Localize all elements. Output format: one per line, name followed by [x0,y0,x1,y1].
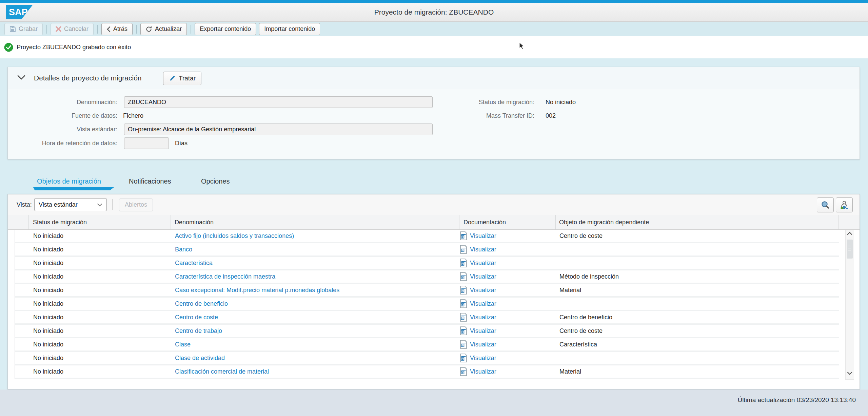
column-header-dependiente[interactable]: Objeto de migración dependiente [559,215,649,229]
migration-object-link[interactable]: Clase de actividad [175,352,225,364]
migration-object-link[interactable]: Centro de trabajo [175,325,222,337]
documentation-link[interactable]: Visualizar [460,365,496,378]
row-select-cell[interactable] [15,352,29,364]
denominacion-label: Denominación: [16,96,117,108]
denominacion-field[interactable] [124,96,433,108]
vertical-scrollbar[interactable] [845,230,854,380]
active-tab-indicator [33,187,114,190]
scrollbar-thumb[interactable] [847,240,853,259]
user-settings-icon [840,200,849,210]
mouse-cursor [519,42,526,50]
cancel-label: Cancelar [64,25,88,33]
migration-object-link[interactable]: Característica [175,257,213,269]
table-row: No iniciado Centro de coste Visualizar C… [15,311,839,325]
sap-migration-project-page: SAP Proyecto de migración: ZBUCEANDO Gra… [0,0,868,416]
edit-button[interactable]: Tratar [163,72,201,85]
documentation-link[interactable]: Visualizar [460,298,496,310]
documentation-link-label: Visualizar [470,325,496,337]
migration-object-link[interactable]: Clase [175,338,191,351]
column-header-documentacion[interactable]: Documentación [463,215,506,229]
documentation-link-label: Visualizar [470,365,496,378]
documentation-link[interactable]: Visualizar [460,243,496,256]
migration-object-link[interactable]: Clasificación comercial de material [175,365,269,378]
documentation-link[interactable]: Visualizar [460,284,496,296]
vista-estandar-field[interactable] [124,124,433,135]
documentation-link-label: Visualizar [470,270,496,283]
details-panel: Detalles de proyecto de migración Tratar… [7,67,860,159]
column-header-denominacion[interactable]: Denominación [175,215,214,229]
row-select-cell[interactable] [15,284,29,296]
documentation-link[interactable]: Visualizar [460,230,496,242]
cancel-button[interactable]: Cancelar [51,23,94,35]
edit-button-label: Tratar [179,75,196,82]
row-select-cell[interactable] [15,230,29,242]
row-dependent-object: Método de inspección [559,270,619,283]
row-select-cell[interactable] [15,365,29,378]
row-select-cell[interactable] [15,325,29,337]
documentation-link[interactable]: Visualizar [460,325,496,337]
fuente-datos-label: Fuente de datos: [16,110,117,121]
collapse-section-icon[interactable] [17,75,26,81]
vista-label: Vista: [17,194,32,215]
row-select-cell[interactable] [15,270,29,283]
tab-objetos-de-migracion[interactable]: Objetos de migración [37,175,101,188]
row-status: No iniciado [33,257,63,269]
scroll-up-icon[interactable] [846,231,854,238]
refresh-button[interactable]: Actualizar [140,23,187,35]
tab-notificaciones[interactable]: Notificaciones [129,175,171,188]
documentation-link[interactable]: Visualizar [460,270,496,283]
documentation-link[interactable]: Visualizar [460,311,496,323]
search-icon [821,201,830,209]
vista-select[interactable]: Vista estándar [34,198,107,211]
grid-rows: No iniciado Activo fijo (incluidos saldo… [15,230,839,379]
document-icon [460,245,467,254]
back-label: Atrás [113,25,127,33]
abiertos-button[interactable]: Abiertos [119,198,153,211]
row-select-cell[interactable] [15,243,29,256]
migration-object-link[interactable]: Activo fijo (incluidos saldos y transacc… [175,230,294,242]
column-header-status[interactable]: Status de migración [33,215,87,229]
migration-object-link[interactable]: Centro de beneficio [175,298,228,310]
search-button[interactable] [817,197,834,212]
save-button[interactable]: Grabar [4,23,43,35]
row-select-cell[interactable] [15,298,29,310]
save-label: Grabar [19,25,38,33]
documentation-link[interactable]: Visualizar [460,352,496,364]
personalize-button[interactable] [836,197,853,212]
document-icon [460,354,467,362]
documentation-link[interactable]: Visualizar [460,338,496,351]
import-content-button[interactable]: Importar contenido [259,23,320,35]
grid-toolbar-separator [112,199,113,210]
back-button[interactable]: Atrás [101,23,133,35]
tab-opciones[interactable]: Opciones [201,175,230,188]
retencion-field[interactable] [124,137,169,149]
documentation-link-label: Visualizar [470,284,496,296]
migration-object-link[interactable]: Banco [175,243,192,256]
column-separator [555,215,556,229]
title-bar: SAP Proyecto de migración: ZBUCEANDO [0,3,868,22]
row-status: No iniciado [33,325,63,337]
success-message-text: Proyecto ZBUCEANDO grabado con éxito [17,44,131,51]
scroll-down-icon[interactable] [846,371,854,378]
documentation-link-label: Visualizar [470,298,496,310]
page-title: Proyecto de migración: ZBUCEANDO [0,3,868,21]
row-dependent-object: Centro de coste [559,230,603,242]
row-select-cell[interactable] [15,311,29,323]
export-content-button[interactable]: Exportar contenido [195,23,256,35]
column-separator [459,215,459,229]
vista-select-value: Vista estándar [39,201,78,208]
migration-object-link[interactable]: Centro de coste [175,311,218,323]
row-status: No iniciado [33,298,63,310]
documentation-link-label: Visualizar [470,257,496,269]
migration-objects-table-panel: Vista: Vista estándar Abiertos [7,194,860,390]
row-select-cell[interactable] [15,257,29,269]
migration-object-link[interactable]: Caso excepcional: Modif.precio material … [175,284,339,296]
migration-object-link[interactable]: Característica de inspección maestra [175,270,275,283]
table-row: No iniciado Centro de beneficio Visualiz… [15,298,839,311]
row-status: No iniciado [33,352,63,364]
row-select-cell[interactable] [15,338,29,351]
chevron-down-icon [97,203,102,207]
cancel-icon [56,26,61,32]
documentation-link[interactable]: Visualizar [460,257,496,269]
table-row: No iniciado Activo fijo (incluidos saldo… [15,230,839,243]
